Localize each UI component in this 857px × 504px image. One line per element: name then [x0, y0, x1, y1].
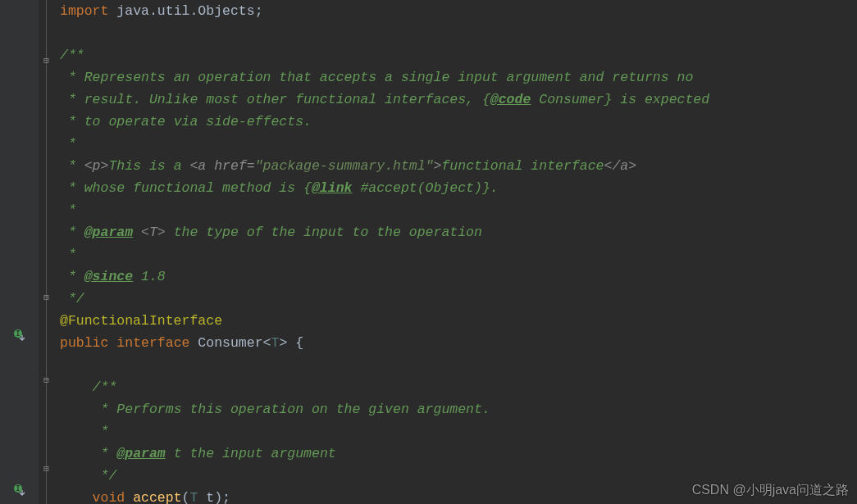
doc-text: to operate via side-effects.: [84, 114, 312, 129]
doc-star: *: [60, 136, 76, 152]
doc-star: *: [60, 180, 84, 196]
implemented-icon[interactable]: I: [13, 484, 26, 497]
code-area[interactable]: import java.util.Objects; /** * Represen…: [60, 0, 857, 504]
doc-star: *: [60, 269, 84, 284]
angle-open: <: [263, 335, 271, 351]
code-line: import java.util.Objects;: [60, 0, 857, 22]
javadoc-line: * @since 1.8: [60, 266, 857, 288]
doc-tag-param: @param: [116, 446, 165, 461]
javadoc-line: * <p>This is a <a href="package-summary.…: [60, 155, 857, 177]
doc-star: *: [60, 247, 76, 262]
indent: [60, 468, 93, 484]
html-tag-a-open: <a: [189, 158, 214, 174]
doc-text: Performs this operation on the given arg…: [116, 402, 490, 417]
doc-text: whose functional method is {: [84, 180, 312, 196]
doc-text: 1.8: [133, 269, 166, 284]
doc-param-type: <T>: [133, 225, 174, 240]
doc-text: functional interface: [441, 158, 604, 174]
type-param-t: T: [271, 335, 279, 351]
doc-text: result. Unlike most other functional int…: [84, 92, 490, 107]
keyword-void: void: [93, 490, 125, 504]
javadoc-open: /**: [60, 44, 857, 66]
blank-line: [60, 22, 857, 44]
doc-link-target: #accept(Object): [352, 180, 481, 196]
implemented-icon[interactable]: I: [13, 329, 26, 342]
doc-text: */: [60, 291, 84, 306]
fold-column: ⊟ ⊟ ⊟ ⊟: [39, 0, 60, 504]
keyword-public: public: [60, 335, 108, 351]
doc-text: */: [93, 468, 117, 484]
import-path: java.util.Objects: [108, 3, 254, 19]
doc-text: /**: [93, 379, 117, 395]
javadoc-line: * result. Unlike most other functional i…: [60, 89, 857, 111]
html-tag-close: >: [434, 158, 442, 174]
svg-text:I: I: [16, 330, 21, 338]
gutter: I I: [0, 0, 39, 504]
doc-tag-code: @code: [490, 92, 531, 107]
javadoc-line: * whose functional method is {@link #acc…: [60, 177, 857, 199]
fold-end-icon[interactable]: ⊟: [42, 465, 51, 474]
doc-text: Consumer} is expected: [531, 92, 709, 107]
annotation-line: @FunctionalInterface: [60, 310, 857, 332]
angle-close: >: [279, 335, 287, 351]
fold-end-icon[interactable]: ⊟: [42, 293, 51, 302]
class-declaration: public interface Consumer<T> {: [60, 332, 857, 354]
semicolon: ;: [255, 3, 263, 19]
keyword-import: import: [60, 3, 108, 19]
javadoc-close: */: [60, 288, 857, 310]
param-t: t: [198, 490, 214, 504]
javadoc-line: *: [60, 133, 857, 155]
doc-star: *: [93, 446, 117, 461]
watermark: CSDN @小明java问道之路: [692, 482, 849, 499]
indent: [60, 379, 93, 395]
html-attr-href: href=: [214, 158, 255, 174]
javadoc-line: * @param <T> the type of the input to th…: [60, 221, 857, 243]
method-accept: accept: [133, 490, 181, 504]
paren-open: (: [182, 490, 190, 504]
javadoc-line: * @param t the input argument: [60, 443, 857, 465]
doc-star: *: [60, 158, 84, 174]
brace-open: {: [287, 335, 303, 351]
indent: [60, 402, 93, 417]
doc-param-name: t: [166, 446, 190, 461]
doc-star: *: [60, 225, 84, 240]
paren-close: ): [214, 490, 222, 504]
doc-text: This is a: [108, 158, 189, 174]
html-tag-p: <p>: [84, 158, 109, 174]
doc-text: the type of the input to the operation: [174, 225, 482, 240]
type-consumer: Consumer: [198, 335, 262, 351]
doc-tag-link: @link: [312, 180, 353, 196]
javadoc-open: /**: [60, 376, 857, 398]
javadoc-line: *: [60, 199, 857, 221]
doc-star: *: [60, 114, 84, 129]
type-param-t: T: [189, 490, 198, 504]
fold-toggle-icon[interactable]: ⊟: [42, 57, 51, 66]
javadoc-line: *: [60, 420, 857, 443]
javadoc-line: * to operate via side-effects.: [60, 111, 857, 133]
html-attr-value: "package-summary.html": [255, 158, 434, 174]
blank-line: [60, 354, 857, 376]
doc-star: *: [93, 424, 109, 439]
semicolon: ;: [222, 490, 230, 504]
doc-star: *: [60, 92, 84, 107]
javadoc-line: * Performs this operation on the given a…: [60, 398, 857, 420]
code-editor: I I ⊟ ⊟ ⊟ ⊟ import java.util.Objects; /*…: [0, 0, 857, 504]
doc-text: Represents an operation that accepts a s…: [84, 70, 694, 85]
indent: [60, 424, 93, 439]
doc-star: *: [60, 70, 84, 85]
svg-text:I: I: [16, 485, 21, 493]
doc-star: *: [93, 402, 117, 417]
doc-text: /**: [60, 48, 84, 63]
indent: [60, 490, 93, 504]
annotation-functionalinterface: @FunctionalInterface: [60, 313, 222, 329]
doc-tag-since: @since: [84, 269, 133, 284]
html-tag-a-end: </a>: [604, 158, 637, 174]
doc-text: the input argument: [189, 446, 335, 461]
doc-star: *: [60, 202, 76, 218]
doc-tag-param: @param: [84, 225, 133, 240]
javadoc-line: *: [60, 243, 857, 266]
javadoc-line: * Represents an operation that accepts a…: [60, 66, 857, 89]
doc-text: }.: [482, 180, 499, 196]
fold-toggle-icon[interactable]: ⊟: [42, 376, 51, 385]
indent: [60, 446, 93, 461]
